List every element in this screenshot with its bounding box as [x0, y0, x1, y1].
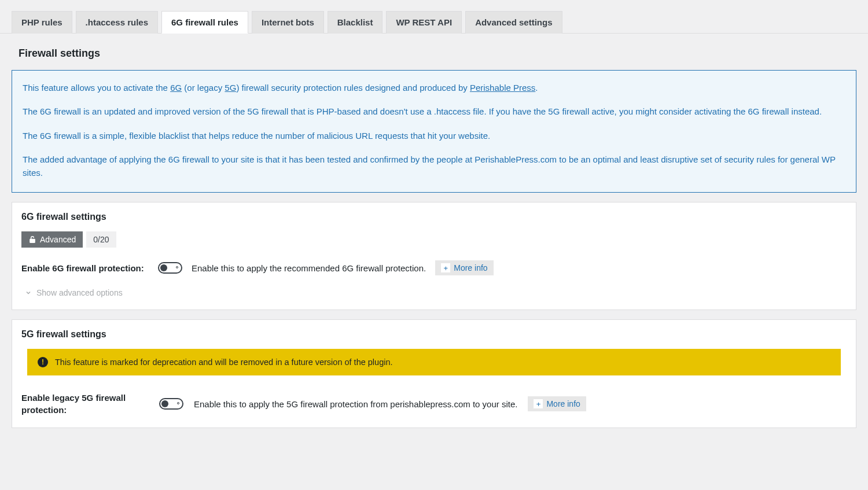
- deprecation-warning: ! This feature is marked for deprecation…: [27, 349, 841, 375]
- info-text: ) firewall security protection rules des…: [236, 83, 470, 93]
- info-paragraph-1: This feature allows you to activate the …: [23, 81, 845, 94]
- tab-blacklist[interactable]: Blacklist: [328, 11, 383, 34]
- content-area: Firewall settings This feature allows yo…: [0, 34, 868, 440]
- info-paragraph-4: The added advantage of applying the 6G f…: [23, 153, 845, 180]
- link-perishable-press[interactable]: Perishable Press: [470, 83, 535, 93]
- tab-advanced-settings[interactable]: Advanced settings: [465, 11, 562, 34]
- panel-6g-title: 6G firewall settings: [21, 212, 847, 222]
- setting-desc-5g: Enable this to apply the 5G firewall pro…: [194, 399, 517, 409]
- info-paragraph-2: The 6G firewall is an updated and improv…: [23, 105, 845, 118]
- toggle-6g-firewall[interactable]: [158, 262, 182, 274]
- toggle-knob: [161, 400, 168, 407]
- advanced-badge-label: Advanced: [40, 235, 76, 244]
- badge-row: Advanced 0/20: [21, 231, 847, 248]
- info-text: (or legacy: [182, 83, 225, 93]
- more-info-5g-button[interactable]: + More info: [528, 396, 586, 411]
- info-text: .: [535, 83, 538, 93]
- advanced-badge[interactable]: Advanced: [21, 231, 83, 248]
- info-text: This feature allows you to activate the: [23, 83, 170, 93]
- setting-row-5g: Enable legacy 5G firewall protection: En…: [21, 392, 847, 416]
- chevron-down-icon: [25, 289, 32, 296]
- info-box: This feature allows you to activate the …: [12, 70, 856, 193]
- tab-6g-firewall-rules[interactable]: 6G firewall rules: [161, 11, 248, 34]
- advanced-count-badge: 0/20: [86, 231, 116, 248]
- page-title: Firewall settings: [19, 47, 856, 60]
- tab-internet-bots[interactable]: Internet bots: [252, 11, 324, 34]
- svg-rect-0: [30, 240, 35, 243]
- more-info-label: More info: [546, 399, 580, 408]
- more-info-6g-button[interactable]: + More info: [435, 260, 493, 275]
- plus-icon: +: [441, 263, 450, 272]
- tab-php-rules[interactable]: PHP rules: [12, 11, 72, 34]
- warning-icon: !: [38, 357, 48, 367]
- show-advanced-label: Show advanced options: [36, 288, 123, 297]
- lock-open-icon: [28, 235, 36, 244]
- link-5g[interactable]: 5G: [225, 83, 236, 93]
- tab-bar: PHP rules .htaccess rules 6G firewall ru…: [0, 0, 868, 34]
- setting-desc-6g: Enable this to apply the recommended 6G …: [192, 263, 426, 273]
- setting-label-5g: Enable legacy 5G firewall protection:: [21, 392, 149, 416]
- toggle-5g-firewall[interactable]: [159, 398, 183, 410]
- tab-htaccess-rules[interactable]: .htaccess rules: [76, 11, 158, 34]
- warning-text: This feature is marked for deprecation a…: [55, 358, 393, 367]
- setting-label-6g: Enable 6G firewall protection:: [21, 263, 149, 273]
- tab-wp-rest-api[interactable]: WP REST API: [386, 11, 462, 34]
- toggle-dot: [177, 402, 179, 404]
- toggle-dot: [176, 266, 178, 268]
- panel-5g-title: 5G firewall settings: [21, 329, 847, 340]
- plus-icon: +: [534, 399, 543, 408]
- panel-6g-settings: 6G firewall settings Advanced 0/20 Enabl…: [12, 202, 856, 310]
- info-paragraph-3: The 6G firewall is a simple, flexible bl…: [23, 129, 845, 142]
- setting-row-6g: Enable 6G firewall protection: Enable th…: [21, 260, 847, 275]
- toggle-knob: [160, 264, 167, 271]
- more-info-label: More info: [454, 263, 487, 272]
- panel-5g-settings: 5G firewall settings ! This feature is m…: [12, 319, 856, 428]
- link-6g[interactable]: 6G: [170, 83, 182, 93]
- show-advanced-options-toggle[interactable]: Show advanced options: [21, 288, 123, 297]
